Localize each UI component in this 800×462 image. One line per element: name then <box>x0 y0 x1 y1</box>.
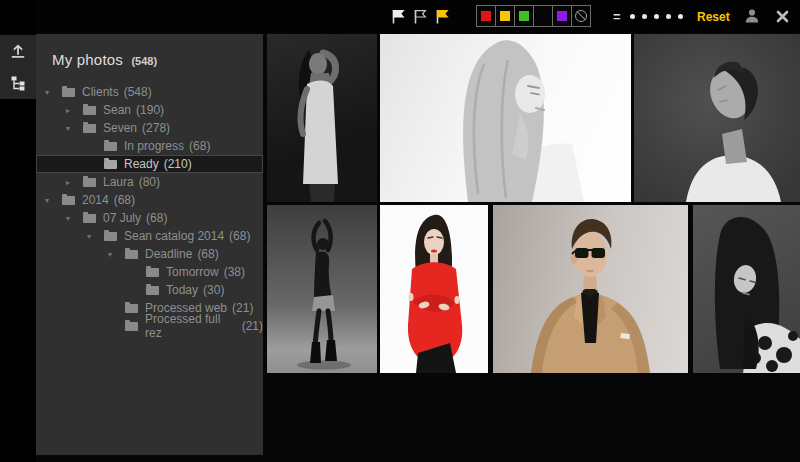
sidebar-header: My photos (548) <box>36 34 263 79</box>
topbar: ro = Reset <box>0 0 800 33</box>
rating-filter-group: = <box>613 0 683 33</box>
color-filter-button-1[interactable] <box>476 5 496 27</box>
folder-label: 07 July <box>103 211 141 225</box>
folder-tree: ▾Clients(548)▸Sean(190)▾Seven(278)In pro… <box>36 83 263 335</box>
caret-right-icon[interactable]: ▸ <box>66 106 83 115</box>
folder-label: Seven <box>103 121 137 135</box>
color-filter-button-5[interactable] <box>552 5 572 27</box>
tree-item-2014[interactable]: ▾2014(68) <box>36 191 263 209</box>
folder-count: (68) <box>197 247 218 261</box>
tree-item-today[interactable]: Today(30) <box>36 281 263 299</box>
sidebar-title-count: (548) <box>131 55 157 67</box>
folder-icon <box>146 286 159 295</box>
folder-count: (548) <box>124 85 152 99</box>
no-color-filter-button[interactable] <box>571 5 591 27</box>
rating-dot[interactable] <box>642 14 647 19</box>
folder-tree-button[interactable] <box>0 67 36 99</box>
folder-count: (278) <box>142 121 170 135</box>
folder-icon <box>83 106 96 115</box>
rating-dot[interactable] <box>654 14 659 19</box>
color-chip <box>538 11 548 21</box>
photo-thumbnail-7[interactable] <box>693 205 800 373</box>
caret-down-icon[interactable]: ▾ <box>66 214 83 223</box>
folder-count: (210) <box>164 157 192 171</box>
color-chip <box>519 11 529 21</box>
tree-item-tomorrow[interactable]: Tomorrow(38) <box>36 263 263 281</box>
tree-item-07-july[interactable]: ▾07 July(68) <box>36 209 263 227</box>
outline-flag-icon <box>412 8 428 25</box>
flag-filter-group <box>390 7 451 25</box>
tree-item-seven[interactable]: ▾Seven(278) <box>36 119 263 137</box>
folder-count: (190) <box>136 103 164 117</box>
tree-item-sean-catalog-2014[interactable]: ▾Sean catalog 2014(68) <box>36 227 263 245</box>
rating-compare-equals[interactable]: = <box>613 9 621 24</box>
folder-icon <box>83 124 96 133</box>
photo-manager-app: ro = Reset <box>0 0 800 462</box>
color-filter-group <box>476 5 591 27</box>
photo-thumbnail-2[interactable] <box>380 34 631 202</box>
caret-down-icon[interactable]: ▾ <box>45 88 62 97</box>
folder-label: Today <box>166 283 198 297</box>
rating-dot[interactable] <box>630 14 635 19</box>
folder-label: Laura <box>103 175 134 189</box>
folder-label: In progress <box>124 139 184 153</box>
photo-thumbnail-5[interactable] <box>380 205 488 373</box>
folder-icon <box>125 250 138 259</box>
user-icon[interactable] <box>744 8 760 28</box>
folder-icon <box>104 142 117 151</box>
folder-icon <box>83 214 96 223</box>
folder-icon <box>104 160 117 169</box>
folder-tree-icon <box>9 74 27 92</box>
folder-count: (30) <box>203 283 224 297</box>
folder-icon <box>146 268 159 277</box>
folder-icon <box>125 322 138 331</box>
caret-right-icon[interactable]: ▸ <box>66 178 83 187</box>
folder-count: (38) <box>224 265 245 279</box>
caret-down-icon[interactable]: ▾ <box>108 250 125 259</box>
close-icon[interactable] <box>776 9 789 27</box>
no-color-icon <box>575 10 587 22</box>
folder-label: Tomorrow <box>166 265 219 279</box>
folder-icon <box>62 88 75 97</box>
tree-item-sean[interactable]: ▸Sean(190) <box>36 101 263 119</box>
tree-item-laura[interactable]: ▸Laura(80) <box>36 173 263 191</box>
caret-down-icon[interactable]: ▾ <box>66 124 83 133</box>
caret-down-icon[interactable]: ▾ <box>45 196 62 205</box>
folder-count: (68) <box>229 229 250 243</box>
upload-button[interactable] <box>0 35 36 67</box>
rating-dots <box>630 14 683 19</box>
folder-count: (68) <box>146 211 167 225</box>
folder-icon <box>83 178 96 187</box>
caret-down-icon[interactable]: ▾ <box>87 232 104 241</box>
color-chip <box>557 11 567 21</box>
photo-thumbnail-1[interactable] <box>267 34 377 202</box>
tree-item-ready[interactable]: Ready(210) <box>36 155 263 173</box>
tree-item-deadline[interactable]: ▾Deadline(68) <box>36 245 263 263</box>
sidebar: My photos (548) ▾Clients(548)▸Sean(190)▾… <box>36 34 263 455</box>
folder-count: (80) <box>139 175 160 189</box>
tree-item-processed-full-rez[interactable]: Processed full rez(21) <box>36 317 263 335</box>
folder-icon <box>125 304 138 313</box>
white-flag-button[interactable] <box>390 7 407 25</box>
color-filter-button-2[interactable] <box>495 5 515 27</box>
tree-item-clients[interactable]: ▾Clients(548) <box>36 83 263 101</box>
folder-label: Ready <box>124 157 159 171</box>
rating-dot[interactable] <box>666 14 671 19</box>
photo-thumbnail-6[interactable] <box>493 205 688 373</box>
folder-count: (21) <box>242 319 263 333</box>
color-filter-button-3[interactable] <box>514 5 534 27</box>
outline-flag-button[interactable] <box>412 7 429 25</box>
folder-label: Sean <box>103 103 131 117</box>
yellow-flag-button[interactable] <box>434 7 451 25</box>
folder-count: (68) <box>189 139 210 153</box>
rating-dot[interactable] <box>678 14 683 19</box>
tool-rail <box>0 0 36 462</box>
color-chip <box>500 11 510 21</box>
color-filter-button-4[interactable] <box>533 5 553 27</box>
reset-filters-button[interactable]: Reset <box>697 0 730 33</box>
tree-item-in-progress[interactable]: In progress(68) <box>36 137 263 155</box>
photo-thumbnail-3[interactable] <box>634 34 800 202</box>
folder-icon <box>104 232 117 241</box>
photo-thumbnail-4[interactable] <box>267 205 377 373</box>
upload-icon <box>9 42 27 60</box>
